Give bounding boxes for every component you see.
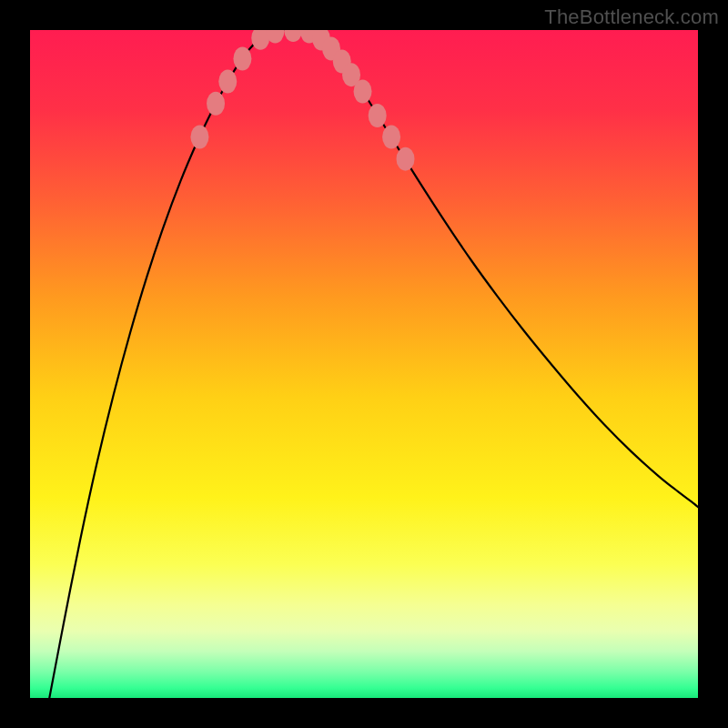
plot-area [30,30,698,698]
data-marker [382,125,400,148]
data-marker [233,47,251,71]
data-marker [369,104,387,127]
chart-stage: TheBottleneck.com [0,0,728,728]
data-marker [284,30,302,42]
data-marker [190,125,208,148]
plot-overlay [30,30,698,698]
data-marker [354,80,372,104]
curves-group [49,30,698,698]
bottleneck-curve [49,30,698,698]
watermark-text: TheBottleneck.com [544,5,719,29]
data-marker [207,92,225,116]
data-marker [218,70,237,94]
markers-group [190,30,414,171]
data-marker [397,147,415,171]
